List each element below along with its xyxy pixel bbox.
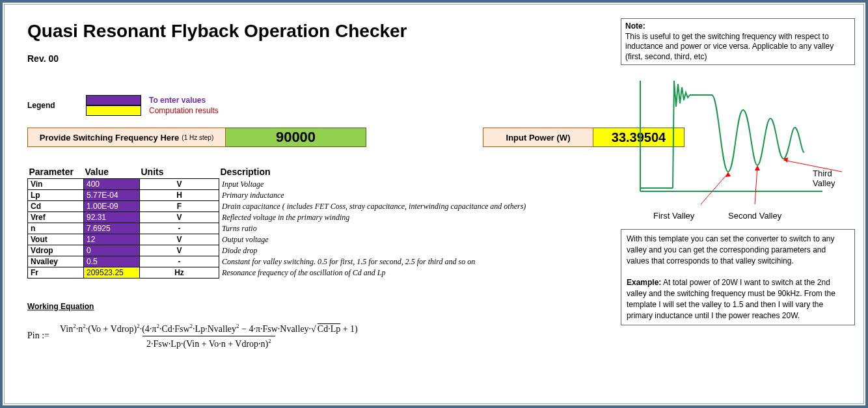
param-name: Lp (28, 190, 84, 201)
parameter-table: Parameter Value Units Description Vin400… (27, 165, 529, 279)
table-row: Vout12VOutput voltage (28, 234, 529, 245)
param-value[interactable]: 1.00E-09 (84, 201, 140, 212)
param-value: 209523.25 (84, 267, 140, 279)
freq-value-input[interactable]: 90000 (226, 128, 366, 147)
param-units: Hz (140, 267, 219, 279)
param-name: Vref (28, 212, 84, 223)
param-desc: Primary inductance (219, 190, 529, 201)
param-units: V (140, 234, 219, 245)
table-row: Cd1.00E-09FDrain capacitance ( includes … (28, 201, 529, 212)
svg-line-4 (692, 173, 728, 204)
th-desc: Description (219, 165, 529, 179)
param-units: - (140, 223, 219, 234)
param-desc: Reflected voltage in the primary winding (219, 212, 529, 223)
param-name: Vin (28, 179, 84, 190)
info-box: With this template you can set the conve… (621, 229, 855, 325)
revision-label: Rev. 00 (27, 53, 529, 64)
table-row: Vin400VInput Voltage (28, 179, 529, 190)
legend-swatch-result (86, 105, 141, 116)
param-desc: Drain capacitance ( includes FET Coss, s… (219, 201, 529, 212)
note-box: Note: This is useful to get the switchin… (621, 18, 855, 65)
legend-swatch-input (86, 95, 141, 105)
param-value[interactable]: 0.5 (84, 256, 140, 267)
freq-label: Provide Switching Frequency Here (1 Hz s… (27, 128, 226, 147)
first-valley-label: First Valley (653, 211, 694, 221)
equation: Pin := Vin2·n2·(Vo + Vdrop)2·(4·π2·Cd·Fs… (27, 321, 529, 350)
second-valley-label: Second Valley (728, 211, 781, 221)
param-value[interactable]: 92.31 (84, 212, 140, 223)
waveform-chart: First Valley Second Valley Third Valley (627, 74, 855, 204)
info-example-label: Example: (627, 278, 661, 287)
table-row: n7.6925-Turns ratio (28, 223, 529, 234)
param-value[interactable]: 400 (84, 179, 140, 190)
power-label: Input Power (W) (483, 128, 593, 147)
param-value[interactable]: 7.6925 (84, 223, 140, 234)
param-desc: Turns ratio (219, 223, 529, 234)
svg-line-6 (754, 167, 757, 204)
param-name: Nvalley (28, 256, 84, 267)
legend-text-result: Computation results (149, 106, 219, 115)
param-name: Vdrop (28, 245, 84, 256)
svg-marker-7 (755, 165, 760, 170)
third-valley-label: Third Valley (813, 169, 855, 188)
freq-label-sub: (1 Hz step) (182, 134, 213, 141)
param-desc: Resonance frequency of the oscillation o… (219, 267, 529, 279)
note-title: Note: (625, 21, 850, 32)
param-units: H (140, 190, 219, 201)
param-desc: Diode drop (219, 245, 529, 256)
note-body: This is useful to get the switching freq… (625, 32, 834, 61)
table-row: Fr209523.25HzResonance frequency of the … (28, 267, 529, 279)
th-units: Units (140, 165, 219, 179)
param-value[interactable]: 12 (84, 234, 140, 245)
table-row: Vref92.31VReflected voltage in the prima… (28, 212, 529, 223)
freq-label-text: Provide Switching Frequency Here (40, 133, 180, 143)
legend-label: Legend (27, 101, 86, 110)
param-units: V (140, 179, 219, 190)
param-name: Vout (28, 234, 84, 245)
param-value[interactable]: 0 (84, 245, 140, 256)
table-row: Nvalley0.5-Constant for valley switching… (28, 256, 529, 267)
param-name: Fr (28, 267, 84, 279)
legend-text-input: To enter values (149, 96, 206, 105)
th-value: Value (84, 165, 140, 179)
param-units: V (140, 212, 219, 223)
param-name: Cd (28, 201, 84, 212)
param-desc: Constant for valley switching. 0.5 for f… (219, 256, 529, 267)
info-p1: With this template you can set the conve… (627, 234, 849, 266)
param-units: - (140, 256, 219, 267)
table-row: Vdrop0VDiode drop (28, 245, 529, 256)
legend: Legend To enter values Computation resul… (27, 95, 529, 116)
param-desc: Output voltage (219, 234, 529, 245)
param-value[interactable]: 5.77E-04 (84, 190, 140, 201)
svg-marker-5 (726, 172, 731, 177)
param-desc: Input Voltage (219, 179, 529, 190)
table-row: Lp5.77E-04HPrimary inductance (28, 190, 529, 201)
param-units: V (140, 245, 219, 256)
working-equation-label: Working Equation (27, 302, 529, 311)
page-title: Quasi Resonant Flyback Operation Checker (27, 21, 529, 42)
param-name: n (28, 223, 84, 234)
param-units: F (140, 201, 219, 212)
th-param: Parameter (28, 165, 84, 179)
